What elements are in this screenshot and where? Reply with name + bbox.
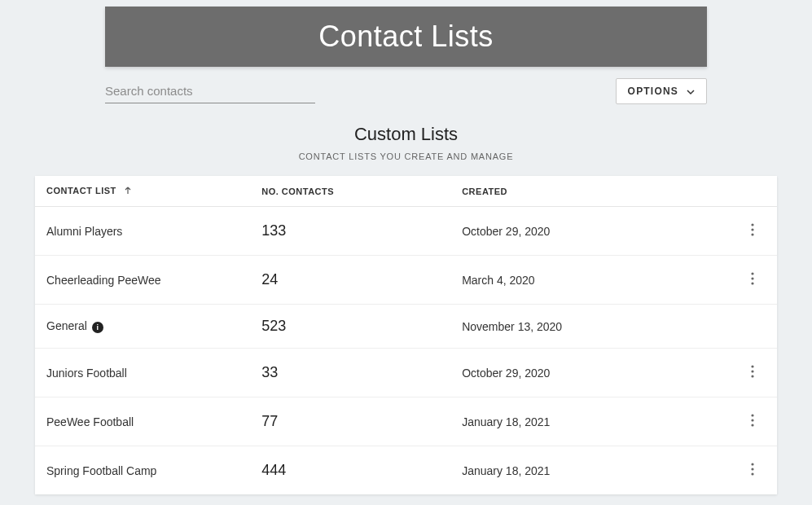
svg-point-3 [751, 272, 753, 274]
svg-point-9 [751, 414, 753, 416]
svg-point-11 [751, 424, 753, 426]
cell-row-menu [703, 207, 777, 256]
cell-list-name: Spring Football Camp [35, 446, 250, 495]
svg-point-5 [751, 282, 753, 284]
section-subtitle: CONTACT LISTS YOU CREATE AND MANAGE [0, 152, 812, 161]
svg-point-2 [751, 233, 753, 235]
svg-point-7 [751, 370, 753, 372]
kebab-menu-icon[interactable] [748, 220, 757, 239]
table-row[interactable]: Alumni Players133October 29, 2020 [35, 207, 777, 256]
sort-ascending-icon [124, 187, 132, 196]
kebab-menu-icon[interactable] [748, 269, 757, 288]
cell-row-menu [703, 349, 777, 397]
cell-list-name: PeeWee Football [35, 397, 250, 446]
section-header: Custom Lists CONTACT LISTS YOU CREATE AN… [0, 124, 812, 161]
section-title: Custom Lists [0, 124, 812, 145]
page-title: Contact Lists [318, 20, 494, 54]
cell-contact-count: 33 [250, 349, 450, 397]
kebab-menu-icon[interactable] [748, 411, 757, 430]
info-icon[interactable]: i [92, 322, 103, 333]
cell-row-menu [703, 397, 777, 446]
cell-contact-count: 444 [250, 446, 450, 495]
cell-contact-count: 523 [250, 305, 450, 349]
cell-created-date: March 4, 2020 [450, 256, 703, 305]
cell-list-name: Cheerleading PeeWee [35, 256, 250, 305]
svg-point-1 [751, 228, 753, 231]
table-row[interactable]: Spring Football Camp444January 18, 2021 [35, 446, 777, 495]
svg-point-0 [751, 223, 753, 226]
cell-list-name: Generali [35, 305, 250, 349]
column-header-count[interactable]: NO. CONTACTS [250, 176, 450, 207]
table-row[interactable]: Cheerleading PeeWee24March 4, 2020 [35, 256, 777, 305]
cell-created-date: November 13, 2020 [450, 305, 703, 349]
cell-created-date: January 18, 2021 [450, 446, 703, 495]
kebab-menu-icon[interactable] [748, 459, 757, 479]
options-button[interactable]: OPTIONS [616, 78, 707, 104]
column-header-name[interactable]: CONTACT LIST [35, 176, 250, 207]
table-row[interactable]: Generali523November 13, 2020 [35, 305, 777, 349]
cell-row-menu [703, 305, 777, 349]
chevron-down-icon [687, 87, 695, 95]
cell-created-date: October 29, 2020 [450, 207, 703, 256]
cell-created-date: October 29, 2020 [450, 349, 703, 397]
svg-point-6 [751, 365, 753, 367]
contact-lists-table: CONTACT LIST NO. CONTACTS CREATED Alumni… [35, 176, 777, 494]
cell-contact-count: 133 [250, 207, 450, 256]
table-container: CONTACT LIST NO. CONTACTS CREATED Alumni… [35, 176, 777, 494]
column-header-menu [703, 176, 777, 207]
column-header-created[interactable]: CREATED [450, 176, 703, 207]
svg-point-4 [751, 277, 753, 279]
search-input[interactable] [105, 79, 315, 103]
search-wrap [105, 79, 315, 103]
cell-created-date: January 18, 2021 [450, 397, 703, 446]
page-header: Contact Lists [105, 7, 707, 67]
cell-row-menu [703, 446, 777, 495]
table-row[interactable]: PeeWee Football77January 18, 2021 [35, 397, 777, 446]
svg-point-10 [751, 419, 753, 421]
cell-contact-count: 77 [250, 397, 450, 446]
svg-point-14 [751, 472, 753, 475]
cell-row-menu [703, 256, 777, 305]
svg-point-8 [751, 375, 753, 377]
cell-contact-count: 24 [250, 256, 450, 305]
toolbar: OPTIONS [105, 78, 707, 104]
svg-point-12 [751, 463, 753, 465]
table-row[interactable]: Juniors Football33October 29, 2020 [35, 349, 777, 397]
cell-list-name: Alumni Players [35, 207, 250, 256]
kebab-menu-icon[interactable] [748, 362, 757, 381]
cell-list-name: Juniors Football [35, 349, 250, 397]
options-label: OPTIONS [628, 86, 678, 97]
svg-point-13 [751, 468, 753, 470]
